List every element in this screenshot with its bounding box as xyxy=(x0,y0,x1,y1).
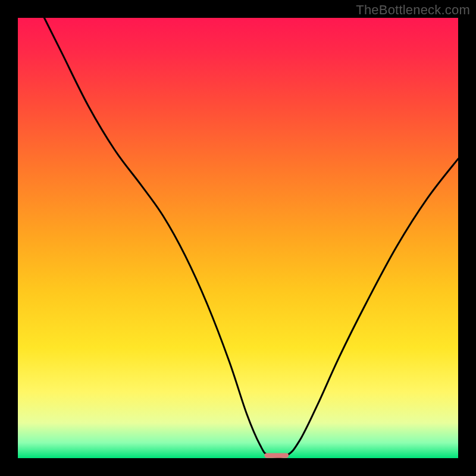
plot-background xyxy=(18,18,458,458)
optimal-marker xyxy=(264,453,289,458)
chart-stage: TheBottleneck.com xyxy=(0,0,476,476)
bottleneck-chart xyxy=(0,0,476,476)
